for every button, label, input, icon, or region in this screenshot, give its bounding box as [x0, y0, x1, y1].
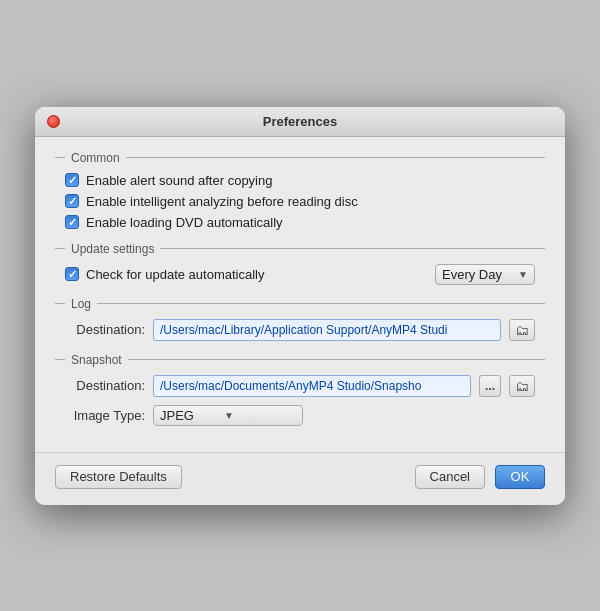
- ok-button[interactable]: OK: [495, 465, 545, 489]
- snapshot-browse-button[interactable]: 🗂: [509, 375, 535, 397]
- check-update-label: Check for update automatically: [86, 267, 264, 282]
- common-section-body: Enable alert sound after copying Enable …: [55, 173, 545, 230]
- intelligent-analyzing-label: Enable intelligent analyzing before read…: [86, 194, 358, 209]
- title-bar: Preferences: [35, 107, 565, 137]
- dialog-title: Preferences: [263, 114, 337, 129]
- loading-dvd-checkbox[interactable]: [65, 215, 79, 229]
- frequency-dropdown[interactable]: Every Day ▼: [435, 264, 535, 285]
- dialog-content: Common Enable alert sound after copying …: [35, 137, 565, 452]
- log-browse-button[interactable]: 🗂: [509, 319, 535, 341]
- cancel-button[interactable]: Cancel: [415, 465, 485, 489]
- update-settings-section-title: Update settings: [71, 242, 154, 256]
- common-section-title: Common: [71, 151, 120, 165]
- loading-dvd-label: Enable loading DVD automatically: [86, 215, 283, 230]
- snapshot-ellipsis-button[interactable]: ...: [479, 375, 501, 397]
- intelligent-analyzing-checkbox[interactable]: [65, 194, 79, 208]
- image-type-dropdown-arrow: ▼: [224, 410, 234, 421]
- snapshot-section-header: Snapshot: [55, 353, 545, 367]
- checkbox-row-alert-sound: Enable alert sound after copying: [65, 173, 535, 188]
- close-button[interactable]: [47, 115, 60, 128]
- update-settings-section-header: Update settings: [55, 242, 545, 256]
- update-row: Check for update automatically Every Day…: [65, 264, 535, 285]
- log-destination-label: Destination:: [65, 322, 145, 337]
- bottom-bar: Restore Defaults Cancel OK: [35, 452, 565, 505]
- snapshot-section-title: Snapshot: [71, 353, 122, 367]
- log-section-body: Destination: /Users/mac/Library/Applicat…: [55, 319, 545, 341]
- checkbox-row-intelligent-analyzing: Enable intelligent analyzing before read…: [65, 194, 535, 209]
- snapshot-browse-icon: 🗂: [515, 378, 529, 394]
- confirm-buttons: Cancel OK: [415, 465, 545, 489]
- update-settings-section: Update settings Check for update automat…: [55, 242, 545, 285]
- check-update-checkbox[interactable]: [65, 267, 79, 281]
- snapshot-destination-value: /Users/mac/Documents/AnyMP4 Studio/Snaps…: [160, 379, 421, 393]
- image-type-label: Image Type:: [65, 408, 145, 423]
- update-left: Check for update automatically: [65, 267, 264, 282]
- log-destination-value: /Users/mac/Library/Application Support/A…: [160, 323, 447, 337]
- snapshot-destination-input[interactable]: /Users/mac/Documents/AnyMP4 Studio/Snaps…: [153, 375, 471, 397]
- alert-sound-checkbox[interactable]: [65, 173, 79, 187]
- snapshot-section-body: Destination: /Users/mac/Documents/AnyMP4…: [55, 375, 545, 426]
- log-section: Log Destination: /Users/mac/Library/Appl…: [55, 297, 545, 341]
- image-type-selected: JPEG: [160, 408, 194, 423]
- log-section-title: Log: [71, 297, 91, 311]
- frequency-selected: Every Day: [442, 267, 502, 282]
- log-browse-icon: 🗂: [515, 322, 529, 338]
- preferences-dialog: Preferences Common Enable alert sound af…: [35, 107, 565, 505]
- image-type-row: Image Type: JPEG ▼: [65, 405, 535, 426]
- common-section: Common Enable alert sound after copying …: [55, 151, 545, 230]
- snapshot-destination-label: Destination:: [65, 378, 145, 393]
- image-type-dropdown[interactable]: JPEG ▼: [153, 405, 303, 426]
- alert-sound-label: Enable alert sound after copying: [86, 173, 272, 188]
- update-settings-section-body: Check for update automatically Every Day…: [55, 264, 545, 285]
- restore-defaults-button[interactable]: Restore Defaults: [55, 465, 182, 489]
- snapshot-section: Snapshot Destination: /Users/mac/Documen…: [55, 353, 545, 426]
- log-destination-row: Destination: /Users/mac/Library/Applicat…: [65, 319, 535, 341]
- frequency-dropdown-arrow: ▼: [518, 269, 528, 280]
- log-section-header: Log: [55, 297, 545, 311]
- ellipsis-label: ...: [485, 379, 495, 393]
- log-destination-input[interactable]: /Users/mac/Library/Application Support/A…: [153, 319, 501, 341]
- snapshot-destination-row: Destination: /Users/mac/Documents/AnyMP4…: [65, 375, 535, 397]
- checkbox-row-loading-dvd: Enable loading DVD automatically: [65, 215, 535, 230]
- common-section-header: Common: [55, 151, 545, 165]
